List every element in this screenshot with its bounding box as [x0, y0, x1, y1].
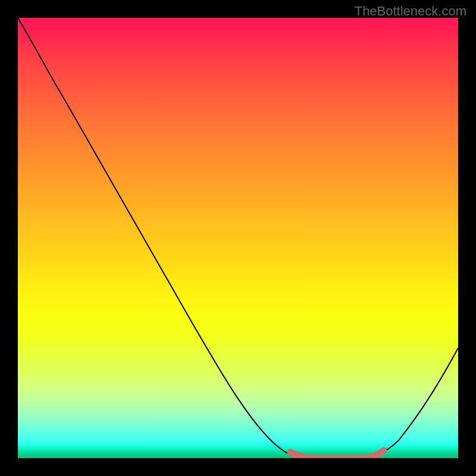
chart-plot-area — [18, 18, 458, 458]
bottleneck-curve-path — [18, 18, 458, 458]
highlight-segment-path — [290, 450, 384, 458]
watermark-text: TheBottleneck.com — [355, 4, 466, 19]
bottleneck-curve-svg — [18, 18, 458, 458]
